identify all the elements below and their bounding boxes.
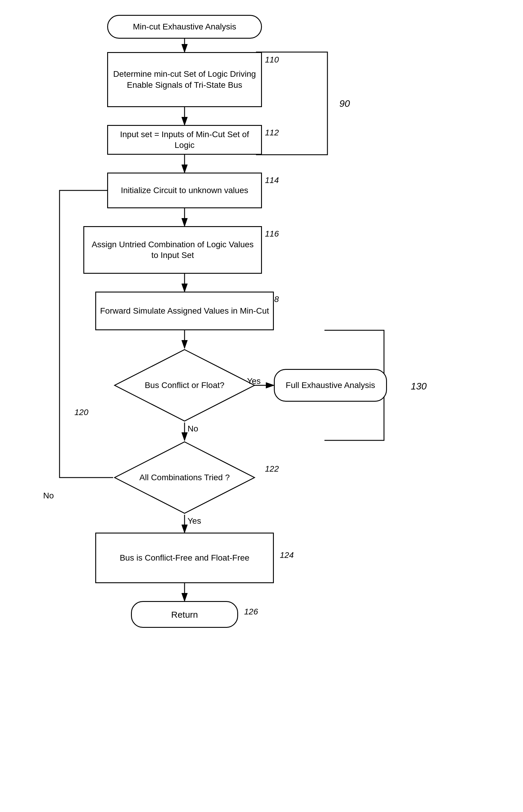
node-112-label: Input set = Inputs of Min-Cut Set of Log… [111, 129, 258, 151]
node-114-label: Initialize Circuit to unknown values [121, 185, 248, 196]
yes-label-120: Yes [247, 376, 261, 386]
label-116: 116 [265, 229, 279, 239]
label-114: 114 [265, 176, 279, 185]
diagram-container: Min-cut Exhaustive Analysis 110 Determin… [0, 0, 523, 812]
label-130: 130 [411, 381, 427, 392]
node-120: Bus Conflict or Float? [113, 348, 256, 423]
node-112: Input set = Inputs of Min-Cut Set of Log… [107, 125, 262, 155]
node-124-label: Bus is Conflict-Free and Float-Free [120, 553, 250, 563]
label-110: 110 [265, 55, 279, 64]
node-122-label: All Combinations Tried ? [139, 472, 230, 483]
label-122: 122 [265, 464, 279, 474]
node-130: Full Exhaustive Analysis [274, 369, 387, 402]
no-label-122: No [43, 491, 54, 500]
node-116-label: Assign Untried Combination of Logic Valu… [87, 239, 258, 261]
node-126-label: Return [171, 609, 198, 621]
node-116: Assign Untried Combination of Logic Valu… [83, 226, 262, 274]
label-124: 124 [280, 551, 294, 560]
no-label-120: No [187, 424, 198, 433]
node-118-label: Forward Simulate Assigned Values in Min-… [100, 306, 269, 316]
node-122: All Combinations Tried ? [113, 440, 256, 515]
label-120: 120 [74, 408, 88, 417]
node-120-label: Bus Conflict or Float? [145, 380, 224, 391]
label-126: 126 [244, 607, 258, 616]
node-114: Initialize Circuit to unknown values [107, 172, 262, 208]
yes-label-122: Yes [187, 516, 201, 526]
start-label: Min-cut Exhaustive Analysis [133, 21, 236, 32]
node-110: Determine min-cut Set of Logic Driving E… [107, 52, 262, 107]
node-118: Forward Simulate Assigned Values in Min-… [95, 292, 274, 330]
label-90: 90 [339, 98, 350, 109]
start-node: Min-cut Exhaustive Analysis [107, 15, 262, 39]
node-130-label: Full Exhaustive Analysis [286, 380, 375, 391]
flowchart-arrows [0, 0, 523, 812]
node-110-label: Determine min-cut Set of Logic Driving E… [111, 69, 258, 90]
label-112: 112 [265, 128, 279, 137]
node-126: Return [131, 601, 238, 628]
node-124: Bus is Conflict-Free and Float-Free [95, 533, 274, 583]
